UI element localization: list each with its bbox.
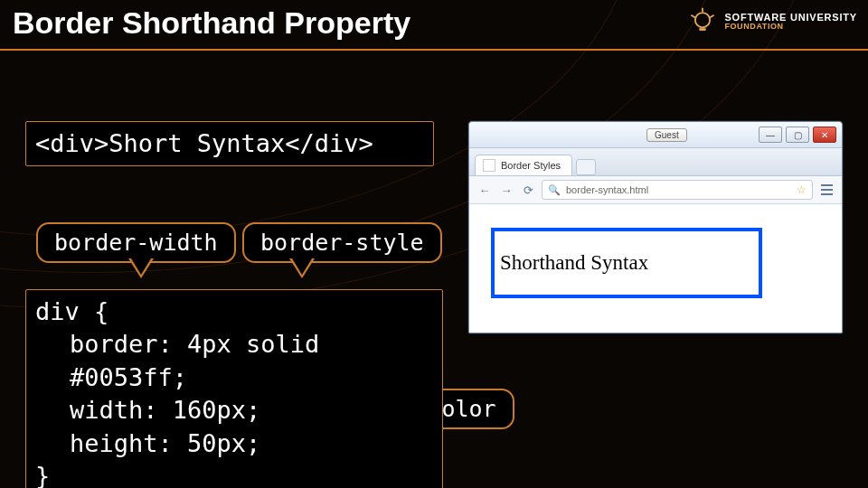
close-button[interactable]: ✕ — [813, 127, 836, 143]
css-line: width: 160px; — [35, 394, 433, 427]
browser-window: Guest — ▢ ✕ Border Styles ← → ⟳ 🔍 border… — [468, 121, 843, 333]
new-tab-button[interactable] — [576, 159, 596, 175]
favicon-icon — [483, 159, 495, 172]
css-line: } — [35, 460, 433, 488]
slide-title: Border Shorthand Property — [13, 5, 410, 41]
back-button[interactable]: ← — [476, 182, 493, 198]
callout-text: border-style — [260, 230, 424, 256]
guest-badge: Guest — [646, 128, 687, 142]
svg-point-0 — [695, 13, 710, 27]
demo-div: Shorthand Syntax — [491, 228, 762, 298]
browser-viewport: Shorthand Syntax — [469, 204, 842, 333]
browser-toolbar: ← → ⟳ 🔍 border-syntax.html ☆ — [469, 176, 842, 204]
callout-border-style: border-style — [242, 222, 442, 263]
css-code-box: div { border: 4px solid #0053ff; width: … — [25, 289, 443, 488]
demo-text: Shorthand Syntax — [500, 251, 648, 275]
search-icon: 🔍 — [548, 184, 561, 196]
callout-border-width: border-width — [36, 222, 236, 263]
lightbulb-icon — [686, 5, 719, 38]
hamburger-icon[interactable] — [818, 182, 835, 198]
tab-title: Border Styles — [501, 160, 561, 171]
html-code: <div>Short Syntax</div> — [35, 129, 373, 157]
url-text: border-syntax.html — [566, 184, 648, 195]
browser-titlebar: Guest — ▢ ✕ — [469, 122, 842, 148]
logo: SOFTWARE UNIVERSITY FOUNDATION — [686, 5, 857, 38]
title-underline — [0, 49, 868, 51]
minimize-button[interactable]: — — [759, 127, 782, 143]
callout-text: border-width — [54, 230, 218, 256]
tab-border-styles[interactable]: Border Styles — [475, 155, 572, 175]
reload-button[interactable]: ⟳ — [520, 182, 536, 198]
url-field[interactable]: 🔍 border-syntax.html ☆ — [542, 180, 813, 200]
browser-tabstrip: Border Styles — [469, 148, 842, 176]
html-code-box: <div>Short Syntax</div> — [25, 121, 434, 166]
css-line: border: 4px solid #0053ff; — [35, 328, 433, 394]
logo-line2: FOUNDATION — [724, 23, 857, 31]
forward-button[interactable]: → — [498, 182, 514, 198]
css-line: div { — [35, 296, 433, 328]
css-line: height: 50px; — [35, 427, 433, 460]
bookmark-icon[interactable]: ☆ — [797, 183, 807, 196]
maximize-button[interactable]: ▢ — [786, 127, 809, 143]
